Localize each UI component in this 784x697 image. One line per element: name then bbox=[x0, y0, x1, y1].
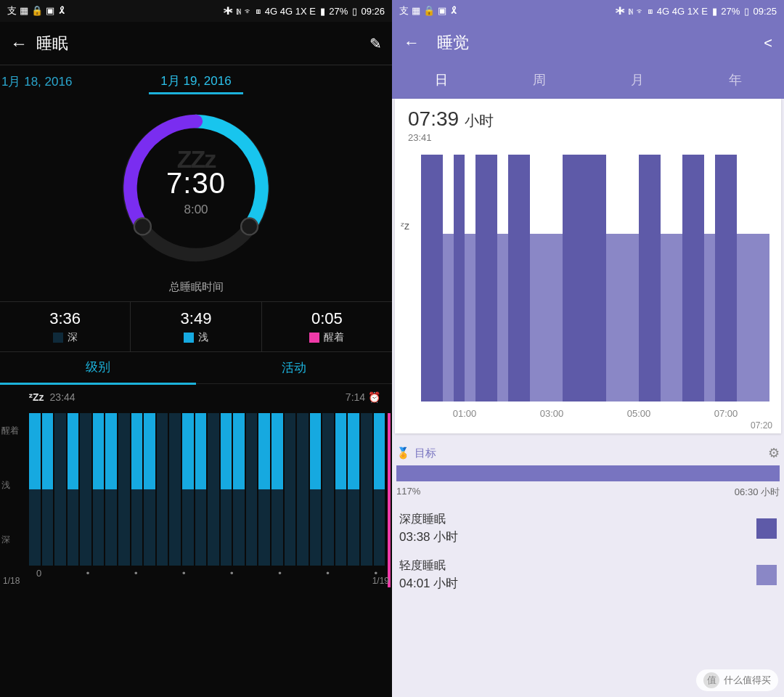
moon-icon: ᶻZz bbox=[29, 391, 44, 403]
status-right: ✱ ℕ ᯤ ▥ 4G 4G 1X E ▮ 27% ▯ 09:26 bbox=[224, 6, 386, 17]
zzz-icon: ᶻz bbox=[401, 220, 409, 232]
total-sleep-label: 总睡眠时间 bbox=[0, 276, 392, 301]
deep-segment[interactable]: 3:36 深 bbox=[0, 302, 131, 351]
sleep-goal: 8:00 bbox=[184, 203, 208, 217]
sleep-card: 07:39 小时 23:41 ᶻz 01:0003:0005:0007:00 0… bbox=[395, 99, 781, 433]
zzz-icon: ZZz bbox=[177, 145, 216, 174]
light-swatch bbox=[756, 565, 777, 585]
deep-stat: 深度睡眠 03:38 小时 bbox=[399, 512, 777, 545]
sleep-bar-chart[interactable]: ᶻz 01:0003:0005:0007:00 07:20 bbox=[402, 147, 774, 423]
x-axis: 1/181/19 bbox=[3, 576, 389, 586]
light-swatch bbox=[184, 333, 194, 343]
light-label: 轻度睡眠 bbox=[399, 558, 756, 574]
awake-segment[interactable]: 0:05 醒着 bbox=[262, 302, 392, 351]
status-icons: 支▦🔒▣🎗 bbox=[6, 4, 68, 17]
back-icon[interactable]: ← bbox=[10, 33, 32, 54]
tab-level[interactable]: 级别 bbox=[0, 351, 196, 385]
purple-sleep-screen: 支▦🔒▣🎗 ✱ ℕ ᯤ ▥ 4G 4G 1X E ▮ 27% ▯ 09:25 ←… bbox=[392, 0, 784, 697]
sleep-ring: ZZz 7:30 8:00 bbox=[0, 97, 392, 276]
goal-section: 🏅 目标 ⚙ 117% 06:30 小时 bbox=[396, 445, 780, 499]
y-axis-labels: 醒着浅深 bbox=[1, 425, 19, 546]
total-sleep: 07:39 小时 bbox=[402, 105, 774, 131]
deep-value: 03:38 小时 bbox=[399, 529, 756, 545]
tab-week[interactable]: 周 bbox=[490, 64, 588, 99]
edit-icon[interactable]: ✎ bbox=[369, 35, 382, 52]
goal-label: 目标 bbox=[410, 447, 768, 460]
share-icon[interactable]: < bbox=[764, 35, 772, 52]
goal-target: 06:30 小时 bbox=[735, 486, 780, 499]
goal-pct: 117% bbox=[396, 486, 420, 499]
chart-start: 23:44 bbox=[50, 391, 75, 403]
chart-tabs: 级别 活动 bbox=[0, 352, 392, 384]
light-value: 04:01 小时 bbox=[399, 575, 756, 592]
garmin-sleep-screen: 支▦🔒▣🎗 ✱ ℕ ᯤ ▥ 4G 4G 1X E ▮ 27% ▯ 09:26 ←… bbox=[0, 0, 392, 697]
wake-marker bbox=[388, 413, 391, 587]
scroll-area[interactable]: 07:39 小时 23:41 ᶻz 01:0003:0005:0007:00 0… bbox=[392, 99, 784, 606]
x-end: 07:20 bbox=[751, 420, 772, 431]
tab-day[interactable]: 日 bbox=[392, 64, 490, 99]
page-title: 睡眠 bbox=[32, 33, 369, 54]
x-axis: 01:0003:0005:0007:00 bbox=[421, 408, 769, 419]
tab-month[interactable]: 月 bbox=[588, 64, 686, 99]
header: ← 睡觉 < bbox=[392, 22, 784, 64]
page-title: 睡觉 bbox=[430, 32, 764, 54]
light-stat: 轻度睡眠 04:01 小时 bbox=[399, 558, 777, 592]
chart-end: 7:14 bbox=[346, 391, 365, 403]
goal-progress-bar bbox=[396, 465, 780, 481]
gear-icon[interactable]: ⚙ bbox=[768, 445, 780, 461]
status-bar: 支▦🔒▣🎗 ✱ ℕ ᯤ ▥ 4G 4G 1X E ▮ 27% ▯ 09:26 bbox=[0, 0, 392, 22]
deep-swatch bbox=[53, 333, 63, 343]
light-segment[interactable]: 3:49 浅 bbox=[131, 302, 261, 351]
status-icons: 支▦🔒▣🎗 bbox=[398, 4, 460, 17]
watermark: 值 什么值得买 bbox=[696, 669, 778, 691]
tab-year[interactable]: 年 bbox=[686, 64, 784, 99]
status-right: ✱ ℕ ᯤ ▥ 4G 4G 1X E ▮ 27% ▯ 09:25 bbox=[616, 6, 778, 17]
alarm-icon: ⏰ bbox=[368, 391, 380, 403]
tab-activity[interactable]: 活动 bbox=[196, 352, 392, 383]
deep-label: 深度睡眠 bbox=[399, 512, 756, 527]
current-date[interactable]: 1月 19, 2016 bbox=[80, 68, 312, 94]
date-switcher[interactable]: 1月 18, 2016 1月 19, 2016 bbox=[0, 65, 392, 97]
ribbon-icon: 🏅 bbox=[396, 447, 410, 460]
prev-date[interactable]: 1月 18, 2016 bbox=[0, 73, 80, 90]
sleep-start: 23:41 bbox=[402, 131, 774, 147]
sleep-breakdown: 3:36 深 3:49 浅 0:05 醒着 bbox=[0, 301, 392, 352]
status-bar: 支▦🔒▣🎗 ✱ ℕ ᯤ ▥ 4G 4G 1X E ▮ 27% ▯ 09:25 bbox=[392, 0, 784, 22]
header: ← 睡眠 ✎ bbox=[0, 22, 392, 65]
deep-swatch bbox=[756, 518, 777, 539]
back-icon[interactable]: ← bbox=[404, 33, 430, 52]
watermark-icon: 值 bbox=[703, 672, 719, 688]
sleep-stage-chart[interactable]: ᶻZz23:44 7:14 ⏰ 醒着浅深 0••••••• 1/181/19 bbox=[0, 384, 392, 587]
awake-swatch bbox=[309, 333, 319, 343]
period-tabs: 日 周 月 年 bbox=[392, 64, 784, 99]
